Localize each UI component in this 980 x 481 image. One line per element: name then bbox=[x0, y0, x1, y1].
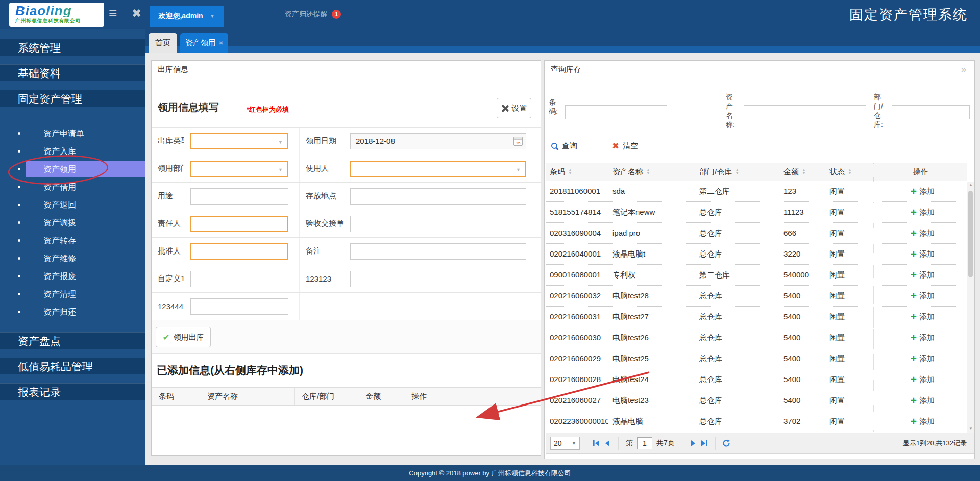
field-cell-purpose bbox=[184, 183, 300, 210]
inventory-col-部门/仓库[interactable]: 部门/仓库▲▼ bbox=[695, 163, 779, 181]
pickup-date-input[interactable]: 2018-12-0815 bbox=[350, 133, 526, 149]
add-button[interactable]: +添加 bbox=[874, 348, 967, 369]
field-label-remark: 备注 bbox=[300, 238, 344, 265]
sort-icon[interactable]: ▲▼ bbox=[848, 169, 852, 175]
added-items-title: 已添加信息(从右侧库存中添加) bbox=[157, 355, 303, 386]
sidebar-item-资产入库[interactable]: 资产入库 bbox=[0, 143, 145, 159]
user-select[interactable]: ▼ bbox=[350, 161, 526, 177]
add-button[interactable]: +添加 bbox=[874, 244, 967, 264]
sort-icon[interactable]: ▲▼ bbox=[735, 169, 739, 175]
asset-name-search-input[interactable] bbox=[744, 105, 866, 119]
sidebar-item-资产报废[interactable]: 资产报废 bbox=[0, 268, 145, 284]
custom1-input[interactable] bbox=[190, 271, 288, 287]
custom-123444-input[interactable] bbox=[190, 298, 288, 315]
scrollbar-thumb[interactable] bbox=[968, 191, 973, 277]
responsible-person-input[interactable] bbox=[190, 216, 288, 232]
pager-summary: 显示1到20,共132记录 bbox=[903, 439, 970, 448]
purpose-input[interactable] bbox=[190, 188, 288, 205]
approver-input[interactable] bbox=[190, 243, 288, 260]
tab-asset-pickup[interactable]: 资产领用 ✖ bbox=[180, 33, 228, 53]
query-button[interactable]: 查询 bbox=[551, 141, 577, 151]
menu-toggle-icon[interactable]: ≡ bbox=[109, 5, 117, 21]
field-label-approver: 批准人 bbox=[152, 238, 184, 265]
acceptance-no-input[interactable] bbox=[350, 216, 526, 232]
asset-name-search-label: 资产名称: bbox=[726, 92, 736, 129]
row-cell: 电脑test28 bbox=[608, 286, 695, 306]
sidebar-item-资产归还[interactable]: 资产归还 bbox=[0, 304, 145, 320]
clear-x-icon: ✖ bbox=[612, 142, 619, 150]
settings-button[interactable]: 设置 bbox=[497, 98, 531, 118]
add-label: 添加 bbox=[919, 348, 935, 369]
sidebar-section-基础资料[interactable]: 基础资料 bbox=[0, 64, 145, 81]
sidebar-item-资产领用[interactable]: 资产领用 bbox=[0, 161, 145, 177]
sidebar-item-资产清理[interactable]: 资产清理 bbox=[0, 286, 145, 302]
add-button[interactable]: +添加 bbox=[874, 307, 967, 327]
next-page-button[interactable] bbox=[688, 438, 699, 449]
dept-search-input[interactable] bbox=[892, 105, 970, 119]
sidebar-item-资产借用[interactable]: 资产借用 bbox=[0, 179, 145, 195]
add-button[interactable]: +添加 bbox=[874, 369, 967, 390]
sidebar-section-固定资产管理[interactable]: 固定资产管理 bbox=[0, 90, 145, 107]
sort-icon[interactable]: ▲▼ bbox=[646, 169, 650, 175]
sidebar-section-资产盘点[interactable]: 资产盘点 bbox=[0, 332, 145, 349]
prev-page-button[interactable] bbox=[602, 438, 613, 449]
add-button[interactable]: +添加 bbox=[874, 286, 967, 306]
add-button[interactable]: +添加 bbox=[874, 411, 967, 432]
inventory-col-金额[interactable]: 金额▲▼ bbox=[779, 163, 825, 181]
sidebar-section-报表记录[interactable]: 报表记录 bbox=[0, 383, 145, 400]
inventory-col-操作[interactable]: 操作 bbox=[874, 163, 967, 181]
tab-home[interactable]: 首页 bbox=[149, 33, 177, 53]
last-page-button[interactable] bbox=[699, 438, 710, 449]
plus-icon: + bbox=[911, 353, 917, 364]
row-cell: 电脑test25 bbox=[608, 348, 695, 369]
add-button[interactable]: +添加 bbox=[874, 181, 967, 201]
page-size-select[interactable]: 20 ▼ bbox=[550, 437, 580, 450]
outbound-type-select[interactable]: ▼ bbox=[190, 133, 288, 149]
clear-button[interactable]: ✖ 清空 bbox=[612, 141, 638, 151]
page-number-input[interactable] bbox=[637, 437, 652, 449]
sidebar-section-系统管理[interactable]: 系统管理 bbox=[0, 39, 145, 56]
field-cell-storage-location bbox=[344, 183, 541, 210]
col-label: 状态 bbox=[829, 167, 845, 177]
field-cell-custom-123123 bbox=[344, 265, 541, 292]
sidebar-item-资产转存[interactable]: 资产转存 bbox=[0, 233, 145, 248]
add-button[interactable]: +添加 bbox=[874, 390, 967, 411]
sidebar-section-低值易耗品管理[interactable]: 低值易耗品管理 bbox=[0, 358, 145, 374]
barcode-search-input[interactable] bbox=[565, 105, 667, 119]
refresh-button[interactable] bbox=[721, 438, 732, 449]
close-icon[interactable]: ✖ bbox=[132, 7, 141, 20]
sidebar-item-资产申请单[interactable]: 资产申请单 bbox=[0, 125, 145, 141]
inventory-col-资产名称[interactable]: 资产名称▲▼ bbox=[608, 163, 695, 181]
sort-icon[interactable]: ▲▼ bbox=[568, 169, 572, 175]
tab-close-icon[interactable]: ✖ bbox=[219, 40, 223, 46]
remark-input[interactable] bbox=[350, 243, 526, 260]
pickup-outbound-button[interactable]: ✔ 领用出库 bbox=[156, 327, 211, 347]
custom-123123-input[interactable] bbox=[350, 271, 526, 287]
add-label: 添加 bbox=[919, 265, 935, 285]
inventory-col-条码[interactable]: 条码▲▼ bbox=[546, 163, 608, 181]
row-cell: 总仓库 bbox=[695, 202, 779, 222]
pickup-dept-select[interactable]: ▼ bbox=[190, 161, 288, 177]
bullet-icon bbox=[18, 293, 20, 295]
sidebar-item-资产维修[interactable]: 资产维修 bbox=[0, 250, 145, 266]
add-button[interactable]: +添加 bbox=[874, 327, 967, 348]
scroll-down-icon[interactable]: ▼ bbox=[967, 425, 974, 433]
table-scrollbar[interactable]: ▲ ▼ bbox=[967, 182, 974, 433]
add-button[interactable]: +添加 bbox=[874, 202, 967, 222]
storage-location-input[interactable] bbox=[350, 188, 526, 205]
user-menu-button[interactable]: 欢迎您,admin ▼ bbox=[150, 6, 224, 27]
add-button[interactable]: +添加 bbox=[874, 265, 967, 285]
scroll-up-icon[interactable]: ▲ bbox=[967, 182, 974, 189]
sidebar-item-资产调拨[interactable]: 资产调拨 bbox=[0, 215, 145, 231]
collapse-panel-icon[interactable]: » bbox=[961, 61, 966, 78]
return-reminder-link[interactable]: 资产归还提醒 1 bbox=[285, 10, 341, 19]
add-button[interactable]: +添加 bbox=[874, 223, 967, 243]
form-title: 领用信息填写 bbox=[158, 100, 219, 114]
row-cell: 电脑test24 bbox=[608, 369, 695, 390]
sort-icon[interactable]: ▲▼ bbox=[802, 169, 806, 175]
sidebar-item-资产退回[interactable]: 资产退回 bbox=[0, 197, 145, 213]
first-page-button[interactable] bbox=[591, 438, 602, 449]
row-cell: 540000 bbox=[779, 265, 825, 285]
inventory-col-状态[interactable]: 状态▲▼ bbox=[825, 163, 874, 181]
form-title-row: 领用信息填写 *红色框为必填 设置 bbox=[152, 89, 541, 127]
